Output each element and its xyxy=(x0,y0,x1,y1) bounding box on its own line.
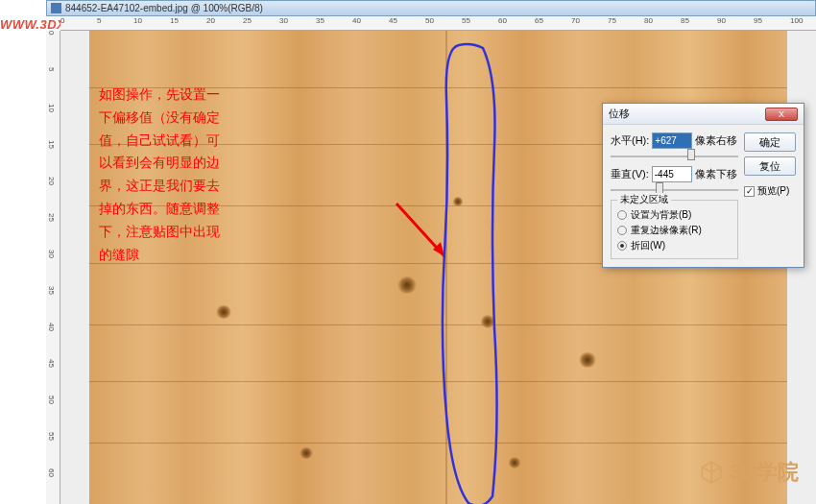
seam-highlight-outline xyxy=(425,40,540,504)
cube-icon xyxy=(699,460,724,485)
radio-repeat-edge[interactable]: 重复边缘像素(R) xyxy=(617,224,732,237)
horizontal-input[interactable] xyxy=(652,132,692,149)
horizontal-label: 水平(H): xyxy=(611,133,649,148)
horizontal-unit: 像素右移 xyxy=(695,133,737,148)
ok-button[interactable]: 确定 xyxy=(744,132,796,152)
ruler-vertical[interactable]: 05101520253035404550556065 xyxy=(46,31,60,504)
undefined-area-group: 未定义区域 设置为背景(B) 重复边缘像素(R) 折回(W) xyxy=(611,200,738,259)
annotation-text: 如图操作，先设置一下偏移值（没有确定值，自己试试看）可以看到会有明显的边界，这正… xyxy=(99,84,224,266)
radio-set-background[interactable]: 设置为背景(B) xyxy=(617,208,732,222)
reset-button[interactable]: 复位 xyxy=(744,156,796,176)
ruler-horizontal[interactable]: 0510152025303540455055606570758085909510… xyxy=(60,16,816,31)
horizontal-slider[interactable] xyxy=(611,153,738,160)
vertical-label: 垂直(V): xyxy=(611,167,649,181)
dialog-close-button[interactable]: X xyxy=(765,108,798,121)
offset-dialog: 位移 X 水平(H): 像素右移 垂直(V): 像素下移 未定义区域 设置为背景… xyxy=(602,103,804,268)
watermark-bottom-right: 3D学院 xyxy=(699,458,799,487)
radio-wrap-around[interactable]: 折回(W) xyxy=(617,239,732,252)
document-title: 844652-EA47102-embed.jpg @ 100%(RGB/8) xyxy=(65,3,263,13)
dialog-titlebar[interactable]: 位移 X xyxy=(603,104,804,125)
preview-checkbox[interactable]: ✓ xyxy=(744,186,755,197)
document-titlebar: 844652-EA47102-embed.jpg @ 100%(RGB/8) xyxy=(46,0,816,16)
document-icon xyxy=(51,3,61,13)
dialog-title: 位移 xyxy=(609,107,630,121)
vertical-unit: 像素下移 xyxy=(695,167,737,181)
vertical-input[interactable] xyxy=(652,166,692,182)
